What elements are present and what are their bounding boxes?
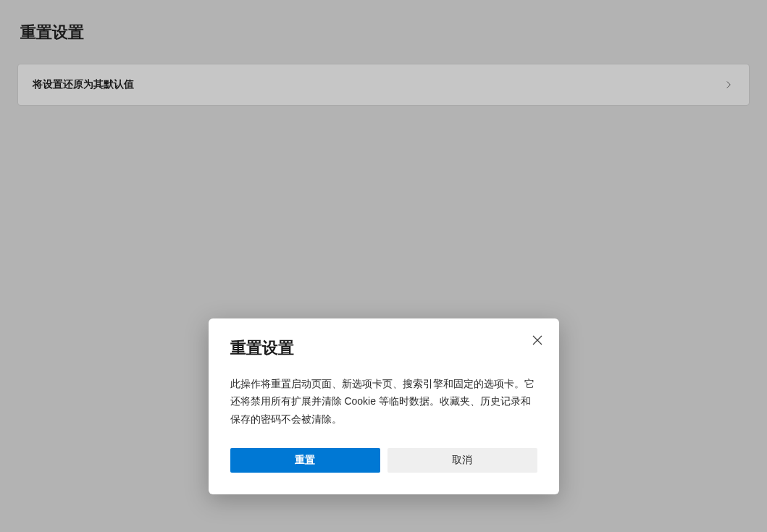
close-icon [532,334,543,346]
chevron-right-icon [723,79,734,90]
reset-dialog: 重置设置 此操作将重置启动页面、新选项卡页、搜索引擎和固定的选项卡。它还将禁用所… [209,318,559,495]
restore-defaults-row[interactable]: 将设置还原为其默认值 [17,64,750,106]
close-button[interactable] [526,329,549,352]
restore-defaults-label: 将设置还原为其默认值 [33,78,134,91]
dialog-actions: 重置 取消 [230,448,537,473]
dialog-title: 重置设置 [230,337,537,359]
reset-button[interactable]: 重置 [230,448,380,473]
page-title: 重置设置 [0,0,767,43]
dialog-body-text: 此操作将重置启动页面、新选项卡页、搜索引擎和固定的选项卡。它还将禁用所有扩展并清… [230,375,537,428]
cancel-button[interactable]: 取消 [387,448,537,473]
